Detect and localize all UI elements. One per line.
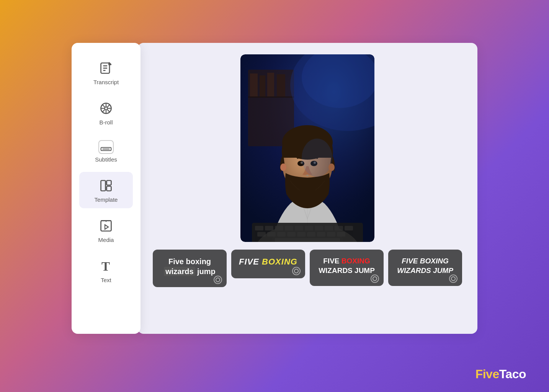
subtitles-icon xyxy=(98,140,114,154)
card-1-highlight: wizards xyxy=(164,267,195,276)
svg-rect-64 xyxy=(327,232,335,237)
svg-rect-55 xyxy=(335,226,343,230)
svg-rect-48 xyxy=(265,226,273,230)
svg-text:T: T xyxy=(101,260,110,273)
brand-logo: FiveTaco xyxy=(475,367,526,381)
svg-rect-61 xyxy=(297,232,306,237)
card-2-word2: BOXING xyxy=(262,257,297,266)
svg-rect-56 xyxy=(345,226,353,230)
svg-rect-59 xyxy=(277,232,286,237)
content-area: Five boxing wizards jump FIVE BOXING FIV… xyxy=(137,43,477,334)
card-3-text: FIVE BOXING WIZARDS JUMP xyxy=(317,256,377,275)
brand-name-part2: Taco xyxy=(499,367,526,381)
svg-rect-54 xyxy=(325,226,333,230)
svg-rect-27 xyxy=(260,75,265,96)
text-label: Text xyxy=(101,277,111,283)
sidebar-item-transcript[interactable]: Transcript xyxy=(79,54,133,91)
svg-rect-53 xyxy=(315,226,323,230)
svg-line-11 xyxy=(107,109,109,112)
subtitles-label: Subtitles xyxy=(95,156,117,163)
svg-line-13 xyxy=(102,109,105,112)
card-3-word3: WIZARDS JUMP xyxy=(319,266,375,274)
sidebar-item-media[interactable]: Media xyxy=(79,212,133,248)
svg-point-42 xyxy=(306,175,309,176)
subtitle-card-1[interactable]: Five boxing wizards jump xyxy=(153,250,227,287)
svg-point-43 xyxy=(302,139,332,177)
card-2-icon xyxy=(292,267,301,275)
subtitle-card-3[interactable]: FIVE BOXING WIZARDS JUMP xyxy=(310,250,384,286)
sidebar-item-text[interactable]: T Text xyxy=(79,252,133,289)
sidebar-item-subtitles[interactable]: Subtitles xyxy=(79,135,133,168)
sidebar-item-template[interactable]: Template xyxy=(79,172,133,208)
subtitle-cards-row: Five boxing wizards jump FIVE BOXING FIV… xyxy=(149,250,466,287)
transcript-label: Transcript xyxy=(93,79,119,85)
card-3-word1: FIVE xyxy=(323,257,341,265)
svg-rect-47 xyxy=(255,226,263,230)
sidebar-item-broll[interactable]: B-roll xyxy=(79,95,133,131)
svg-rect-58 xyxy=(267,232,276,237)
subtitle-card-2[interactable]: FIVE BOXING xyxy=(231,250,305,278)
svg-rect-18 xyxy=(107,186,111,191)
svg-point-45 xyxy=(328,163,335,171)
template-label: Template xyxy=(95,196,118,203)
template-icon xyxy=(98,177,114,194)
media-label: Media xyxy=(98,237,114,243)
broll-label: B-roll xyxy=(99,119,113,126)
svg-rect-57 xyxy=(257,232,266,237)
svg-rect-49 xyxy=(275,226,283,230)
card-2-word1: FIVE xyxy=(239,257,262,266)
svg-rect-26 xyxy=(250,74,258,96)
video-preview xyxy=(240,54,374,242)
svg-line-12 xyxy=(107,105,109,107)
svg-rect-63 xyxy=(317,232,325,237)
broll-icon xyxy=(98,100,114,117)
svg-rect-16 xyxy=(101,181,106,191)
svg-rect-51 xyxy=(295,226,303,230)
svg-rect-17 xyxy=(107,181,111,185)
brand-name-part1: Five xyxy=(475,367,499,381)
text-icon: T xyxy=(98,258,114,274)
media-icon xyxy=(98,217,114,234)
svg-rect-52 xyxy=(305,226,313,230)
transcript-icon xyxy=(98,60,114,77)
svg-rect-65 xyxy=(337,232,345,237)
card-1-icon xyxy=(214,276,222,284)
card-2-text: FIVE BOXING xyxy=(238,256,298,268)
svg-rect-50 xyxy=(285,226,293,230)
card-4-icon xyxy=(449,274,458,283)
svg-point-5 xyxy=(105,107,108,110)
svg-rect-28 xyxy=(267,73,274,96)
card-3-word2: BOXING xyxy=(341,257,370,265)
svg-rect-60 xyxy=(287,232,296,237)
svg-point-44 xyxy=(280,163,286,171)
sidebar: Transcript B-roll xyxy=(72,43,141,334)
svg-rect-62 xyxy=(307,232,315,237)
subtitle-card-4[interactable]: FIVE BOXINGWIZARDS JUMP xyxy=(388,250,462,286)
svg-rect-30 xyxy=(248,96,294,98)
card-4-text: FIVE BOXINGWIZARDS JUMP xyxy=(395,256,455,275)
card-3-icon xyxy=(371,274,379,283)
svg-line-10 xyxy=(102,105,105,107)
card-1-text: Five boxing wizards jump xyxy=(160,256,220,276)
svg-rect-66 xyxy=(275,238,340,242)
svg-rect-29 xyxy=(277,74,285,96)
